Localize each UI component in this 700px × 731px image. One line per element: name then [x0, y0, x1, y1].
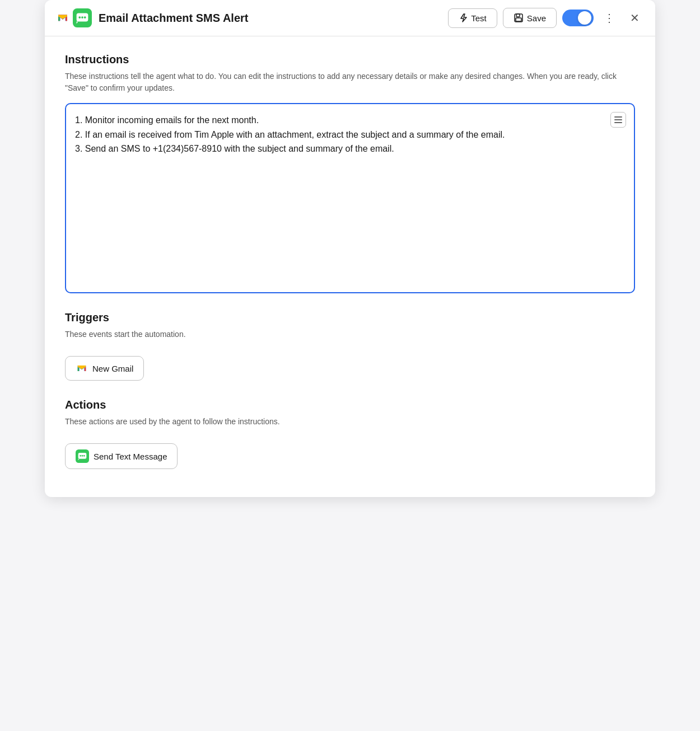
drag-lines-icon [614, 116, 622, 123]
svg-rect-11 [80, 455, 81, 457]
instructions-textarea-wrapper: 1. Monitor incoming emails for the next … [65, 103, 635, 293]
actions-section: Actions These actions are used by the ag… [65, 399, 635, 469]
svg-rect-8 [516, 18, 521, 21]
app-icons [56, 8, 92, 27]
instructions-textarea[interactable]: 1. Monitor incoming emails for the next … [75, 113, 609, 281]
gmail-trigger-icon [76, 362, 88, 374]
enable-toggle[interactable] [562, 10, 594, 26]
svg-rect-3 [78, 16, 81, 18]
new-gmail-trigger[interactable]: New Gmail [65, 356, 144, 381]
svg-rect-12 [82, 455, 83, 457]
gmail-icon [56, 11, 69, 25]
triggers-title: Triggers [65, 311, 635, 324]
textarea-drag-handle[interactable] [610, 112, 626, 128]
instructions-title: Instructions [65, 53, 635, 66]
triggers-description: These events start the automation. [65, 329, 635, 340]
actions-description: These actions are used by the agent to f… [65, 416, 635, 428]
send-text-message-label: Send Text Message [94, 452, 167, 461]
header-actions: Test Save ⋮ ✕ [448, 8, 644, 28]
actions-title: Actions [65, 399, 635, 411]
triggers-section: Triggers These events start the automati… [65, 311, 635, 381]
send-text-message-action[interactable]: Send Text Message [65, 443, 178, 469]
svg-rect-7 [516, 14, 520, 17]
svg-rect-4 [81, 16, 83, 18]
instructions-description: These instructions tell the agent what t… [65, 71, 635, 94]
svg-rect-13 [83, 455, 85, 457]
save-button[interactable]: Save [503, 8, 557, 28]
header: Email Attachment SMS Alert Test Save [45, 0, 655, 36]
sms-action-icon [76, 449, 89, 463]
close-button[interactable]: ✕ [626, 9, 644, 27]
main-content: Instructions These instructions tell the… [45, 36, 655, 497]
toggle-slider [562, 10, 594, 26]
bolt-icon [459, 13, 468, 22]
new-gmail-label: New Gmail [92, 364, 133, 373]
save-icon [514, 13, 524, 23]
page-title: Email Attachment SMS Alert [99, 12, 441, 25]
more-options-button[interactable]: ⋮ [599, 9, 620, 27]
app-window: Email Attachment SMS Alert Test Save [45, 0, 655, 497]
test-button[interactable]: Test [448, 8, 497, 28]
instructions-section: Instructions These instructions tell the… [65, 53, 635, 293]
svg-rect-5 [84, 16, 86, 18]
sms-icon [73, 8, 92, 27]
